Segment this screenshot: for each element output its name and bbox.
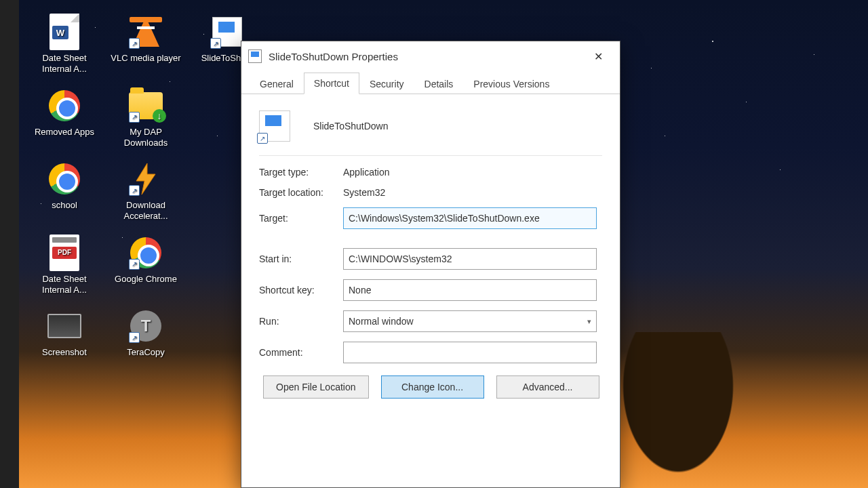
word-doc-icon: W [46,14,83,50]
vlc-icon: ↗ [127,14,164,50]
shortcut-large-icon: ↗ [259,110,290,142]
shortcut-header: ↗ SlideToShutDown [259,106,602,156]
start-in-label: Start in: [259,253,343,264]
bolt-icon: ↗ [127,161,164,197]
desktop-icon-pdf-doc[interactable]: PDF Date Sheet Internal A... [27,235,102,296]
desktop-icon-screenshot[interactable]: Screenshot [27,308,102,358]
target-input[interactable] [343,207,597,229]
desktop-icon-download-accelerator[interactable]: ↗ Download Accelerat... [108,161,183,222]
chrome-icon [46,87,83,124]
bg-star [712,41,713,42]
desktop-icon-teracopy[interactable]: T↗ TeraCopy [108,308,183,358]
run-select[interactable]: Normal window ▾ [343,310,597,332]
properties-dialog: SlideToShutDown Properties ✕ General Sho… [241,41,620,488]
teracopy-icon: T↗ [127,308,164,344]
desktop-icon-word-doc[interactable]: W Date Sheet Internal A... [27,14,102,75]
comment-label: Comment: [259,347,343,358]
bg-star [665,136,665,136]
dialog-body: ↗ SlideToShutDown Target type: Applicati… [241,94,620,411]
run-select-value: Normal window [349,316,414,327]
change-icon-button[interactable]: Change Icon... [381,375,484,399]
shortcut-name: SlideToShutDown [313,121,389,131]
desktop-icon-grid: W Date Sheet Internal A... ↗ VLC media p… [27,14,264,358]
desktop-icon-removed-apps[interactable]: Removed Apps [27,87,102,149]
pdf-icon: PDF [46,235,83,271]
screenshot-icon [46,308,83,344]
comment-input[interactable] [343,342,597,363]
target-location-value: System32 [343,187,602,198]
bg-star [746,102,747,102]
target-location-label: Target location: [259,187,343,198]
run-label: Run: [259,316,343,327]
desktop-icon-label: Screenshot [42,347,87,358]
target-type-value: Application [343,167,602,178]
target-label: Target: [259,213,343,224]
desktop-icon-label: school [52,200,77,211]
tab-strip: General Shortcut Security Details Previo… [241,71,620,94]
chrome-icon [46,161,83,197]
desktop-icon-label: Date Sheet Internal A... [28,53,101,75]
chevron-down-icon: ▾ [587,317,591,326]
open-file-location-button[interactable]: Open File Location [263,375,369,399]
chrome-icon: ↗ [127,235,164,271]
window-title: SlideToShutDown Properties [269,51,398,62]
shortcut-key-input[interactable] [343,279,597,301]
close-button[interactable]: ✕ [583,45,613,67]
tab-shortcut[interactable]: Shortcut [304,73,359,94]
desktop-icon-label: Removed Apps [35,127,94,138]
tab-previous-versions[interactable]: Previous Versions [463,73,559,94]
tab-details[interactable]: Details [414,73,464,94]
desktop-icon-google-chrome[interactable]: ↗ Google Chrome [108,235,183,296]
tab-security[interactable]: Security [359,73,414,94]
shortcut-key-label: Shortcut key: [259,285,343,296]
folder-download-icon: ↓↗ [127,87,164,124]
desktop-icon-school[interactable]: school [27,161,102,222]
target-type-label: Target type: [259,167,343,178]
desktop-icon-my-dap-downloads[interactable]: ↓↗ My DAP Downloads [108,87,183,149]
desktop-icon-label: My DAP Downloads [109,127,182,149]
desktop-icon-label: Date Sheet Internal A... [28,274,101,296]
tab-general[interactable]: General [250,73,304,94]
start-in-input[interactable] [343,248,597,270]
window-icon [248,49,262,63]
bg-star [780,169,781,170]
titlebar[interactable]: SlideToShutDown Properties ✕ [241,41,620,71]
desktop-icon-label: VLC media player [111,53,180,64]
shortcut-icon: ↗ [209,14,245,50]
advanced-button[interactable]: Advanced... [496,375,599,399]
desktop-icon-vlc[interactable]: ↗ VLC media player [108,14,183,75]
bg-star [651,68,652,68]
desktop-icon-label: Google Chrome [115,274,177,285]
bg-star [814,54,814,55]
desktop-icon-label: TeraCopy [127,347,165,358]
desktop-icon-label: Download Accelerat... [109,200,182,222]
